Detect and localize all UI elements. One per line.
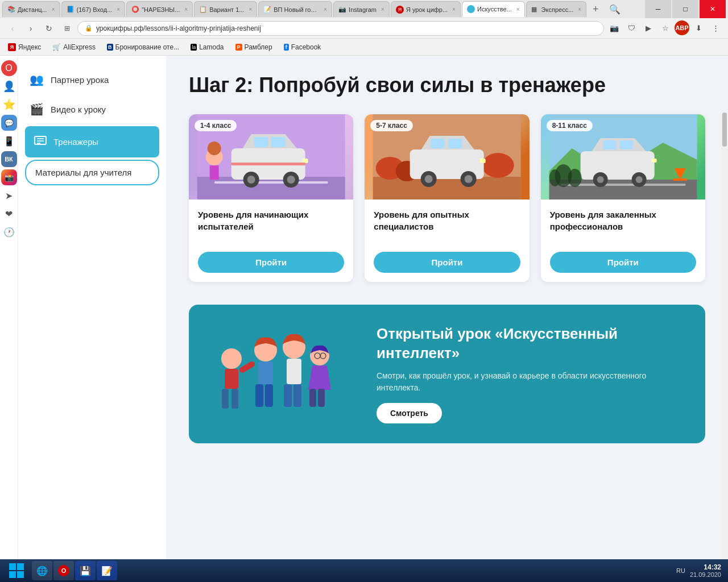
maximize-button[interactable]: □ <box>672 0 698 18</box>
bookmark-aliexpress[interactable]: 🛒 AliExpress <box>49 42 99 52</box>
messenger-icon[interactable]: 💬 <box>1 115 17 131</box>
card-image-2: 5-7 класс <box>365 114 529 199</box>
scrollbar[interactable] <box>721 111 728 582</box>
bookmark-lamoda-label: Lamoda <box>199 43 224 51</box>
nav-teacher-materials[interactable]: Материалы для учителя <box>25 160 159 185</box>
nav-video[interactable]: 🎬 Видео к уроку <box>18 94 166 124</box>
tab-4[interactable]: 📋 Вариант 1... × <box>194 1 257 17</box>
tab-close-7[interactable]: × <box>452 6 456 13</box>
tab-label-2: (167) Вход... <box>77 6 113 13</box>
svg-rect-5 <box>197 177 345 199</box>
speed-dial-icon[interactable]: ⭐ <box>1 97 17 113</box>
svg-rect-44 <box>651 159 656 163</box>
tab-8[interactable]: Искусстве... × <box>462 1 525 17</box>
video-icon: 🎬 <box>30 102 44 116</box>
bookmark-hotels[interactable]: B Бронирование оте... <box>104 42 183 52</box>
send-icon[interactable]: ➤ <box>1 188 17 203</box>
back-button[interactable]: ‹ <box>5 20 20 36</box>
tab-9[interactable]: ▦ Экспресс... × <box>526 1 587 17</box>
tab-favicon-2: 📘 <box>67 6 75 14</box>
apps-button[interactable]: ⊞ <box>59 20 75 36</box>
left-navigation: 👥 Партнер урока 🎬 Видео к уроку Тренажер… <box>18 56 166 559</box>
browser-sidebar: O 👤 ⭐ 💬 📱 ВК 📸 ➤ ❤ 🕐 ··· <box>0 56 18 582</box>
profile-icon[interactable]: 👤 <box>1 78 17 94</box>
banner-button[interactable]: Смотреть <box>377 403 442 423</box>
taskbar-opera[interactable]: O <box>53 561 74 580</box>
tray-time[interactable]: 14:32 21.09.2020 <box>690 563 721 578</box>
tab-label-1: Дистанц... <box>18 6 47 13</box>
address-bar[interactable]: 🔒 урокцифры.рф/lessons/ii-i-algoritmy-pr… <box>77 21 604 36</box>
download-icon[interactable]: ⬇ <box>690 20 706 36</box>
bookmark-star-icon[interactable]: ☆ <box>657 20 673 36</box>
start-button[interactable] <box>2 560 31 581</box>
camera-icon[interactable]: 📷 <box>606 20 622 36</box>
card-btn-3[interactable]: Пройти <box>550 252 696 273</box>
heart-icon[interactable]: ❤ <box>1 206 17 222</box>
close-button[interactable]: ✕ <box>700 0 726 18</box>
svg-rect-58 <box>287 359 301 384</box>
tab-close-5[interactable]: × <box>324 6 327 13</box>
reload-button[interactable]: ↻ <box>41 20 57 36</box>
tab-1[interactable]: 📚 Дистанц... × <box>2 1 60 17</box>
svg-rect-14 <box>303 159 308 163</box>
nav-partner[interactable]: 👥 Партнер урока <box>18 65 166 94</box>
rambler-favicon: Р <box>235 44 242 51</box>
minimize-button[interactable]: ─ <box>645 0 671 18</box>
svg-point-13 <box>287 176 295 184</box>
phone-icon[interactable]: 📱 <box>1 133 17 149</box>
tab-close-3[interactable]: × <box>184 6 188 13</box>
more-icon[interactable]: ⋮ <box>708 20 723 36</box>
ssl-lock-icon: 🔒 <box>85 24 93 32</box>
bookmark-facebook[interactable]: f Facebook <box>280 42 325 52</box>
taskbar-doc[interactable]: 📝 <box>97 561 117 580</box>
opera-icon[interactable]: O <box>1 60 17 76</box>
svg-rect-59 <box>284 384 292 407</box>
bookmark-yandex[interactable]: Я Яндекс <box>5 42 44 52</box>
svg-rect-25 <box>431 139 445 148</box>
taskbar-chrome[interactable]: 🌐 <box>32 561 52 580</box>
tab-6[interactable]: 📷 Instagram × <box>333 1 390 17</box>
bookmark-rambler[interactable]: Р Рамблер <box>232 42 276 52</box>
tab-close-6[interactable]: × <box>381 6 384 13</box>
vk-icon[interactable]: ВК <box>1 151 17 167</box>
browser-search-icon[interactable]: 🔍 <box>607 1 623 17</box>
play-icon[interactable]: ▶ <box>640 20 656 36</box>
taskbar: 🌐 O 💾 📝 RU 14:32 21.09.2020 <box>0 559 728 582</box>
bookmark-lamoda[interactable]: la Lamoda <box>187 42 227 52</box>
svg-rect-6 <box>214 181 328 184</box>
tab-3[interactable]: ⭕ "НАРЕЗНЫ... × <box>126 1 193 17</box>
navigation-bar: ‹ › ↻ ⊞ 🔒 урокцифры.рф/lessons/ii-i-algo… <box>0 18 728 39</box>
tab-5[interactable]: 📝 ВП Новый год... × <box>258 1 332 17</box>
taskbar-word[interactable]: 💾 <box>75 561 96 580</box>
card-image-3: 8-11 класс <box>541 114 705 199</box>
window-controls: ─ □ ✕ <box>645 0 726 18</box>
tab-2[interactable]: 📘 (167) Вход... × <box>61 1 126 17</box>
title-bar: 📚 Дистанц... × 📘 (167) Вход... × ⭕ "НАРЕ… <box>0 0 728 18</box>
tab-favicon-1: 📚 <box>7 6 15 14</box>
user-avatar[interactable]: ABP <box>675 20 689 35</box>
nav-trainers[interactable]: Тренажеры <box>25 126 159 157</box>
shield-icon[interactable]: 🛡 <box>623 20 639 36</box>
nav-action-buttons: 📷 🛡 ▶ ☆ ABP ⬇ ⋮ <box>606 20 723 36</box>
svg-rect-56 <box>265 384 273 407</box>
tab-close-1[interactable]: × <box>52 6 55 13</box>
instagram-icon[interactable]: 📸 <box>1 169 17 185</box>
new-tab-button[interactable]: + <box>588 1 603 17</box>
bookmark-yandex-label: Яндекс <box>18 43 41 51</box>
tab-close-8[interactable]: × <box>516 6 520 13</box>
tab-7[interactable]: Я Я урок цифр... × <box>391 1 461 17</box>
forward-button[interactable]: › <box>23 20 39 36</box>
card-btn-2[interactable]: Пройти <box>374 252 520 273</box>
page-title: Шаг 2: Попробуй свои силы в тренажере <box>189 73 705 97</box>
browser-chrome: 📚 Дистанц... × 📘 (167) Вход... × ⭕ "НАРЕ… <box>0 0 728 56</box>
tab-close-9[interactable]: × <box>578 6 581 13</box>
history-icon[interactable]: 🕐 <box>1 224 17 240</box>
tab-close-2[interactable]: × <box>117 6 120 13</box>
svg-rect-36 <box>673 178 686 181</box>
tab-close-4[interactable]: × <box>249 6 252 13</box>
taskbar-tray: RU 14:32 21.09.2020 <box>672 563 726 578</box>
scroll-thumb[interactable] <box>722 113 727 147</box>
card-btn-1[interactable]: Пройти <box>198 252 344 273</box>
svg-rect-17 <box>210 165 219 180</box>
tray-language[interactable]: RU <box>676 567 685 574</box>
